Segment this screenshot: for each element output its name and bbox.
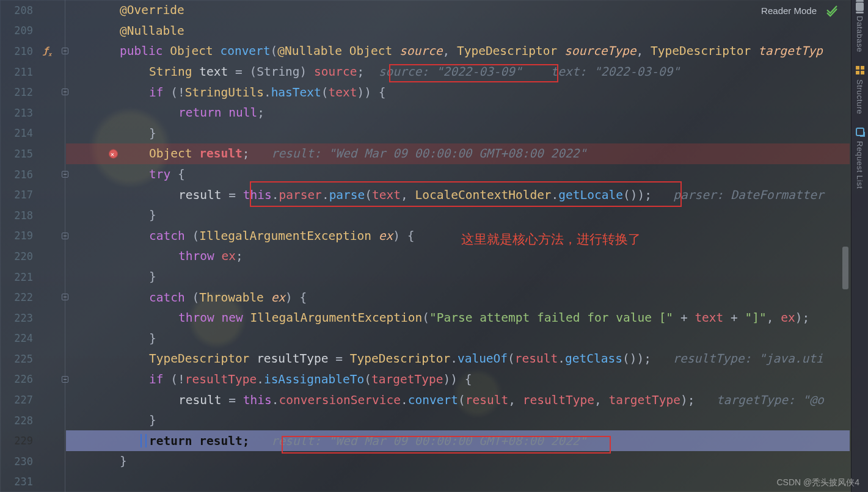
code-line[interactable]: 209@Nullable	[0, 21, 850, 42]
line-number: 211	[0, 66, 37, 78]
code-text: }	[120, 454, 127, 468]
code-line[interactable]: 216try {	[0, 164, 850, 185]
line-number: 226	[0, 373, 37, 385]
code-text: }	[149, 331, 156, 345]
code-line[interactable]: 218}	[0, 205, 850, 226]
line-number: 221	[0, 271, 37, 283]
code-text: }	[149, 208, 156, 222]
code-line[interactable]: 210ƒxpublic Object convert(@Nullable Obj…	[0, 41, 850, 62]
tool-request-list[interactable]: Request List	[855, 137, 864, 195]
code-line[interactable]: 224}	[0, 328, 850, 349]
code-line[interactable]: 214}	[0, 123, 850, 144]
code-text: return result; result: "Wed Mar 09 00:00…	[149, 434, 586, 448]
code-line[interactable]: 211String text = (String) source; source…	[0, 62, 850, 82]
function-icon: ƒx	[43, 45, 51, 57]
code-text: }	[149, 126, 156, 140]
line-number: 208	[0, 4, 37, 16]
code-text: result = this.parser.parse(text, LocaleC…	[178, 188, 824, 202]
line-number: 223	[0, 312, 37, 324]
code-text: @Override	[120, 3, 184, 17]
line-number: 218	[0, 209, 37, 222]
line-number: 213	[0, 107, 37, 119]
code-text: return null;	[178, 106, 264, 120]
line-number: 212	[0, 86, 37, 98]
annotation-text: 这里就是核心方法，进行转换了	[461, 231, 641, 248]
structure-icon	[856, 66, 864, 74]
line-number: 224	[0, 332, 37, 344]
code-line[interactable]: 231	[0, 472, 850, 492]
right-tool-rail: Database Structure Request List	[851, 0, 868, 492]
line-number: 215	[0, 148, 37, 160]
fold-toggle-icon[interactable]	[62, 376, 68, 383]
code-line[interactable]: 222catch (Throwable ex) {	[0, 287, 850, 308]
database-icon	[856, 2, 864, 11]
fold-toggle-icon[interactable]	[62, 294, 68, 300]
line-number: 219	[0, 230, 37, 242]
code-line[interactable]: 220throw ex;	[0, 246, 850, 267]
fold-toggle-icon[interactable]	[62, 233, 68, 239]
code-text: if (!StringUtils.hasText(text)) {	[149, 85, 386, 99]
code-text: if (!resultType.isAssignableTo(targetTyp…	[149, 372, 472, 386]
code-text: throw ex;	[178, 249, 243, 263]
code-text: @Nullable	[120, 24, 184, 38]
tool-structure[interactable]: Structure	[855, 76, 864, 120]
code-line[interactable]: 215Object result; result: "Wed Mar 09 00…	[66, 143, 850, 164]
code-text: TypeDescriptor resultType = TypeDescript…	[149, 352, 823, 366]
code-text: result = this.conversionService.convert(…	[178, 393, 824, 407]
line-number: 214	[0, 127, 37, 139]
line-number: 231	[0, 476, 37, 488]
code-line[interactable]: 217result = this.parser.parse(text, Loca…	[0, 184, 850, 205]
line-number: 209	[0, 24, 37, 37]
code-text: Object result; result: "Wed Mar 09 00:00…	[149, 147, 586, 161]
code-line[interactable]: 230}	[0, 451, 850, 472]
fold-toggle-icon[interactable]	[62, 171, 68, 178]
execution-caret	[145, 434, 147, 447]
code-line[interactable]: 219catch (IllegalArgumentException ex) {	[0, 226, 850, 247]
code-text: catch (Throwable ex) {	[149, 291, 307, 305]
code-line[interactable]: 229return result; result: "Wed Mar 09 00…	[66, 430, 850, 451]
fold-toggle-icon[interactable]	[62, 89, 68, 95]
code-line[interactable]: 213return null;	[0, 103, 850, 123]
line-number: 230	[0, 455, 37, 468]
watermark: CSDN @秃头披风侠4	[776, 477, 859, 488]
line-number: 217	[0, 189, 37, 201]
code-line[interactable]: 227result = this.conversionService.conve…	[0, 389, 850, 410]
code-editor[interactable]: 208@Override209@Nullable210ƒxpublic Obje…	[0, 0, 850, 492]
code-line[interactable]: 225TypeDescriptor resultType = TypeDescr…	[0, 349, 850, 369]
code-line[interactable]: 226if (!resultType.isAssignableTo(target…	[0, 369, 850, 390]
tool-database[interactable]: Database	[855, 12, 864, 59]
code-line[interactable]: 221}	[0, 267, 850, 288]
line-number: 228	[0, 414, 37, 427]
fold-toggle-icon[interactable]	[62, 48, 68, 54]
line-number: 220	[0, 250, 37, 262]
code-text: try {	[149, 167, 185, 181]
code-text: }	[149, 270, 156, 284]
line-number: 210	[0, 45, 37, 57]
line-number: 227	[0, 394, 37, 406]
code-line[interactable]: 212if (!StringUtils.hasText(text)) {	[0, 82, 850, 103]
line-number: 229	[0, 435, 37, 447]
code-text: public Object convert(@Nullable Object s…	[120, 44, 823, 58]
code-text: catch (IllegalArgumentException ex) {	[149, 229, 414, 243]
code-line[interactable]: 228}	[0, 410, 850, 431]
code-text: }	[149, 413, 156, 427]
execution-caret	[140, 434, 142, 447]
line-number: 225	[0, 353, 37, 365]
line-number: 222	[0, 291, 37, 303]
code-text: String text = (String) source; source: "…	[149, 65, 680, 79]
code-line[interactable]: 223throw new IllegalArgumentException("P…	[0, 308, 850, 328]
code-text: throw new IllegalArgumentException("Pars…	[178, 311, 809, 325]
code-line[interactable]: 208@Override	[0, 0, 850, 21]
line-number: 216	[0, 168, 37, 181]
request-list-icon	[856, 128, 864, 136]
